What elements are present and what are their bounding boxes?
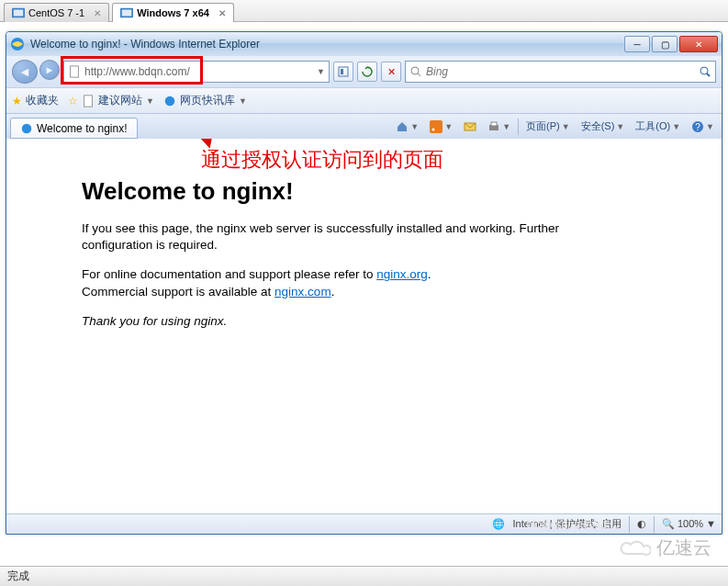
- window-titlebar[interactable]: Welcome to nginx! - Windows Internet Exp…: [6, 32, 722, 56]
- svg-point-8: [411, 67, 419, 74]
- internet-zone-icon: 🌐: [492, 518, 505, 530]
- url-input[interactable]: [84, 65, 313, 78]
- vm-tab-windows[interactable]: Windows 7 x64 ✕: [112, 3, 234, 22]
- page-heading: Welcome to nginx!: [82, 177, 596, 206]
- page-icon: [68, 65, 81, 78]
- nginx-com-link[interactable]: nginx.com: [274, 285, 331, 299]
- ie-icon: [20, 122, 33, 135]
- search-box[interactable]: [405, 61, 716, 83]
- watermark-url: blog.csdn.net/xd…: [527, 518, 618, 531]
- cloud-icon: [618, 537, 651, 559]
- stop-button[interactable]: ✕: [381, 62, 401, 82]
- help-icon: ?: [691, 120, 704, 133]
- command-bar: ▼ ▼ ▼ 页面(P)▼ 安全(S)▼ 工具(O)▼ ?▼: [392, 118, 718, 135]
- tools-menu[interactable]: 工具(O)▼: [632, 118, 684, 135]
- home-button[interactable]: ▼: [392, 118, 422, 135]
- mail-button[interactable]: [460, 118, 480, 135]
- favorites-label: 收藏夹: [26, 93, 59, 108]
- vm-icon: [120, 6, 133, 19]
- refresh-button[interactable]: [357, 62, 377, 82]
- close-icon[interactable]: ✕: [218, 8, 226, 18]
- vm-tab-label: CentOS 7 -1: [28, 7, 84, 18]
- page-icon: [82, 95, 95, 107]
- page-tab[interactable]: Welcome to nginx!: [10, 118, 138, 139]
- mail-icon: [464, 120, 476, 133]
- search-input[interactable]: [426, 65, 695, 78]
- svg-rect-12: [84, 95, 93, 106]
- svg-rect-1: [14, 10, 24, 17]
- page-paragraph: If you see this page, the nginx web serv…: [82, 220, 596, 254]
- print-icon: [487, 120, 500, 133]
- refresh-icon: [362, 66, 373, 77]
- svg-point-13: [165, 96, 175, 106]
- svg-line-11: [707, 73, 710, 76]
- annotation-text: 通过授权认证访问到的页面: [201, 146, 443, 174]
- svg-text:?: ?: [695, 122, 700, 132]
- forward-button[interactable]: ►: [39, 60, 60, 80]
- vm-tab-label: Windows 7 x64: [137, 7, 209, 18]
- minimize-button[interactable]: ─: [624, 36, 650, 52]
- ie-window: Welcome to nginx! - Windows Internet Exp…: [6, 31, 722, 535]
- svg-line-9: [418, 73, 420, 76]
- page-tab-bar: Welcome to nginx! ▼ ▼ ▼ 页面(P)▼ 安全(S)▼ 工具…: [6, 113, 722, 139]
- address-bar[interactable]: ▼: [63, 61, 330, 83]
- ie-icon: [10, 37, 25, 51]
- search-go-icon[interactable]: [699, 65, 711, 78]
- app-status-bar: 完成: [0, 566, 728, 586]
- svg-point-14: [22, 123, 32, 133]
- favorites-bar: ★收藏夹 ☆建议网站▼ 网页快讯库▼: [6, 87, 722, 113]
- maximize-button[interactable]: ▢: [652, 36, 678, 52]
- chevron-down-icon: ▼: [239, 96, 247, 106]
- window-title: Welcome to nginx! - Windows Internet Exp…: [30, 38, 619, 51]
- navigation-bar: ◄ ► ▼ ✕: [6, 56, 722, 87]
- vm-tab-centos[interactable]: CentOS 7 -1 ✕: [4, 3, 109, 22]
- web-slice-button[interactable]: 网页快讯库▼: [163, 93, 247, 108]
- svg-rect-3: [122, 10, 132, 17]
- svg-rect-7: [341, 69, 343, 74]
- protected-mode-icon[interactable]: ◐: [637, 518, 646, 530]
- page-thanks: Thank you for using nginx.: [82, 313, 596, 330]
- star-icon: ★: [12, 95, 22, 107]
- watermark: 亿速云: [618, 535, 711, 560]
- print-button[interactable]: ▼: [484, 118, 514, 135]
- back-button[interactable]: ◄: [12, 60, 38, 84]
- close-icon[interactable]: ✕: [94, 8, 101, 18]
- page-tab-label: Welcome to nginx!: [37, 122, 128, 135]
- star-icon: ☆: [68, 95, 78, 107]
- safety-menu[interactable]: 安全(S)▼: [577, 118, 629, 135]
- feeds-button[interactable]: ▼: [426, 118, 456, 135]
- search-icon: [409, 65, 422, 78]
- svg-rect-19: [491, 122, 497, 126]
- svg-rect-15: [430, 120, 442, 133]
- page-menu[interactable]: 页面(P)▼: [522, 118, 574, 135]
- page-paragraph: For online documentation and support ple…: [82, 266, 596, 299]
- status-text: 完成: [7, 569, 29, 584]
- nginx-org-link[interactable]: nginx.org: [376, 267, 428, 281]
- page-viewport: 通过授权认证访问到的页面 Welcome to nginx! If you se…: [6, 139, 722, 513]
- svg-rect-5: [71, 66, 79, 77]
- svg-point-16: [432, 128, 435, 130]
- compat-view-button[interactable]: [333, 62, 353, 82]
- vm-tab-bar: CentOS 7 -1 ✕ Windows 7 x64 ✕: [0, 0, 728, 22]
- help-button[interactable]: ?▼: [688, 118, 718, 135]
- svg-point-10: [700, 67, 708, 74]
- compat-icon: [337, 65, 350, 78]
- rss-icon: [430, 120, 442, 133]
- feeds-label: 网页快讯库: [180, 93, 235, 108]
- vm-icon: [12, 6, 25, 19]
- suggested-label: 建议网站: [98, 93, 142, 108]
- favorites-button[interactable]: ★收藏夹: [12, 93, 59, 108]
- ie-icon: [163, 95, 176, 107]
- chevron-down-icon: ▼: [146, 96, 154, 106]
- close-button[interactable]: ✕: [679, 36, 718, 52]
- dropdown-icon[interactable]: ▼: [317, 67, 325, 76]
- nginx-welcome-page: Welcome to nginx! If you see this page, …: [82, 177, 596, 330]
- suggested-sites-button[interactable]: ☆建议网站▼: [68, 93, 154, 108]
- zoom-control[interactable]: 🔍 100% ▼: [662, 518, 716, 530]
- home-icon: [396, 120, 409, 133]
